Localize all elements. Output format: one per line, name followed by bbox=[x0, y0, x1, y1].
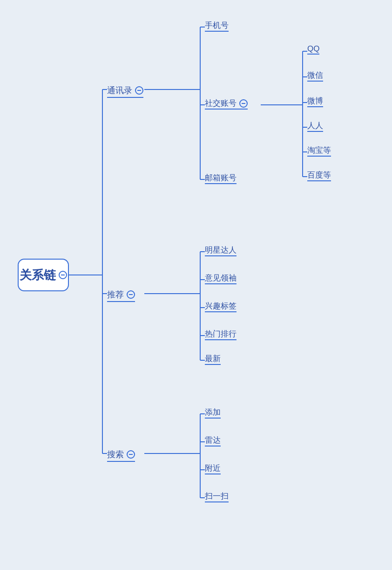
qq-label: QQ bbox=[307, 44, 319, 54]
node-renren: 人人 bbox=[307, 120, 323, 132]
root-node: 关系链 bbox=[18, 259, 69, 291]
node-tianjia: 添加 bbox=[205, 407, 221, 419]
shejiao-collapse-btn[interactable] bbox=[239, 99, 248, 108]
zuixin-label: 最新 bbox=[205, 353, 221, 364]
taobao-label: 淘宝等 bbox=[307, 145, 331, 156]
minus-icon bbox=[61, 275, 65, 275]
tongxunlu-collapse-btn[interactable] bbox=[135, 86, 143, 95]
node-shejiao: 社交账号 bbox=[205, 98, 248, 110]
minus-icon bbox=[242, 103, 245, 104]
minus-icon bbox=[137, 90, 141, 91]
sousuo-label: 搜索 bbox=[107, 449, 124, 460]
weibo-label: 微博 bbox=[307, 96, 323, 106]
minus-icon bbox=[129, 454, 133, 455]
tongxunlu-label: 通讯录 bbox=[107, 85, 132, 96]
tianjia-label: 添加 bbox=[205, 407, 221, 418]
tuijian-label: 推荐 bbox=[107, 289, 124, 300]
node-yijian: 意见领袖 bbox=[205, 273, 237, 284]
node-xingqu: 兴趣标签 bbox=[205, 301, 237, 312]
node-zuixin: 最新 bbox=[205, 353, 221, 365]
weixin-label: 微信 bbox=[307, 70, 323, 81]
mind-map: 关系链 通讯录 推荐 搜索 手机号 社交账号 邮箱账号 bbox=[0, 0, 392, 570]
baidu-label: 百度等 bbox=[307, 170, 331, 180]
sousuo-collapse-btn[interactable] bbox=[127, 450, 135, 459]
root-collapse-btn[interactable] bbox=[59, 271, 67, 279]
fujin-label: 附近 bbox=[205, 463, 221, 474]
root-label: 关系链 bbox=[20, 267, 56, 283]
remen-label: 热门排行 bbox=[205, 329, 237, 339]
node-saoyisao: 扫一扫 bbox=[205, 491, 229, 502]
tuijian-collapse-btn[interactable] bbox=[127, 290, 135, 299]
leida-label: 雷达 bbox=[205, 435, 221, 446]
yijian-label: 意见领袖 bbox=[205, 273, 237, 283]
node-remen: 热门排行 bbox=[205, 329, 237, 340]
node-weibo: 微博 bbox=[307, 96, 323, 107]
node-sousuo: 搜索 bbox=[107, 449, 135, 462]
minus-icon bbox=[129, 294, 133, 295]
node-mingxing: 明星达人 bbox=[205, 245, 237, 256]
mingxing-label: 明星达人 bbox=[205, 245, 237, 255]
node-shouji: 手机号 bbox=[205, 20, 229, 32]
node-tuijian: 推荐 bbox=[107, 289, 135, 302]
saoyisao-label: 扫一扫 bbox=[205, 491, 229, 501]
xingqu-label: 兴趣标签 bbox=[205, 301, 237, 311]
node-taobao: 淘宝等 bbox=[307, 145, 331, 157]
renren-label: 人人 bbox=[307, 120, 323, 131]
node-baidu: 百度等 bbox=[307, 170, 331, 181]
node-qq: QQ bbox=[307, 44, 319, 55]
shejiao-label: 社交账号 bbox=[205, 98, 237, 109]
node-weixin: 微信 bbox=[307, 70, 323, 82]
youxiang-label: 邮箱账号 bbox=[205, 172, 237, 183]
node-leida: 雷达 bbox=[205, 435, 221, 446]
node-youxiang: 邮箱账号 bbox=[205, 172, 237, 184]
shouji-label: 手机号 bbox=[205, 20, 229, 31]
node-tongxunlu: 通讯录 bbox=[107, 85, 143, 98]
node-fujin: 附近 bbox=[205, 463, 221, 474]
